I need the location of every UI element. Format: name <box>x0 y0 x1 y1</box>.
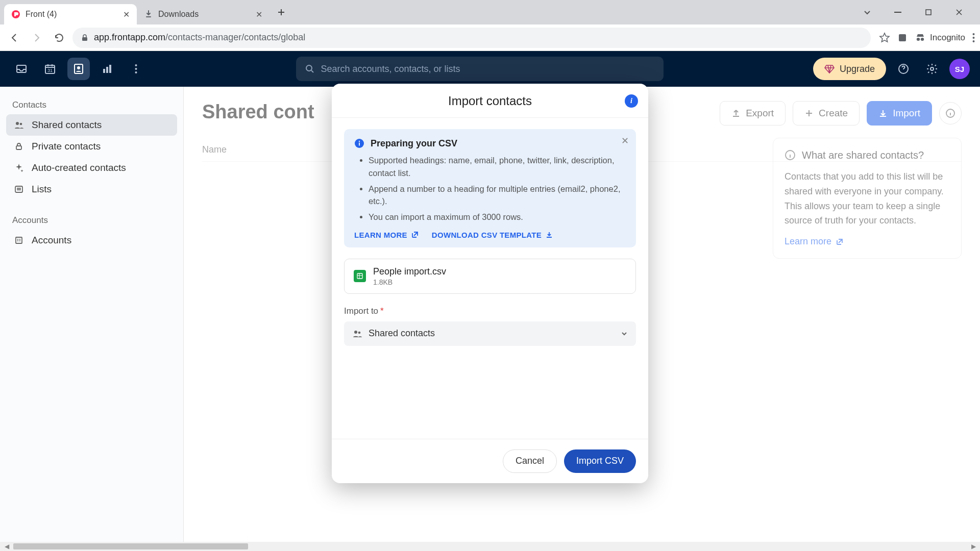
svg-rect-2 <box>894 12 901 13</box>
svg-point-25 <box>16 122 19 125</box>
tab-title: Front (4) <box>26 10 57 19</box>
window-controls <box>856 3 976 21</box>
building-icon <box>13 236 24 245</box>
browser-tab-front[interactable]: Front (4) ✕ <box>4 4 137 24</box>
svg-point-36 <box>354 331 357 334</box>
import-csv-button[interactable]: Import CSV <box>564 449 636 473</box>
svg-point-19 <box>135 64 137 66</box>
svg-point-10 <box>973 40 975 42</box>
browser-nav-bar: app.frontapp.com/contacts-manager/contac… <box>0 24 980 51</box>
browser-tab-downloads[interactable]: Downloads ✕ <box>137 4 270 24</box>
svg-point-8 <box>973 33 975 35</box>
svg-point-15 <box>77 66 80 69</box>
sidebar-item-private-contacts[interactable]: Private contacts <box>6 136 177 157</box>
learn-more-link[interactable]: LEARN MORE <box>354 231 419 239</box>
tab-title: Downloads <box>158 10 199 19</box>
svg-rect-5 <box>899 34 906 41</box>
sidebar-item-accounts[interactable]: Accounts <box>6 230 177 251</box>
svg-rect-4 <box>82 37 87 41</box>
tab-close-icon[interactable]: ✕ <box>256 10 262 19</box>
download-template-link[interactable]: DOWNLOAD CSV TEMPLATE <box>432 231 553 239</box>
nav-analytics-icon[interactable] <box>96 58 118 80</box>
help-icon[interactable] <box>892 58 915 80</box>
new-tab-button[interactable] <box>273 4 290 21</box>
svg-point-9 <box>973 37 975 39</box>
tab-close-icon[interactable]: ✕ <box>123 10 130 19</box>
incognito-badge[interactable]: Incognito <box>915 32 965 43</box>
svg-rect-35 <box>357 273 362 279</box>
scrollbar-thumb[interactable] <box>13 543 248 549</box>
external-link-icon <box>411 231 419 238</box>
download-icon <box>546 231 553 238</box>
search-placeholder: Search accounts, contacts, or lists <box>321 64 460 74</box>
url-bar[interactable]: app.frontapp.com/contacts-manager/contac… <box>72 28 871 48</box>
extensions-icon[interactable] <box>897 33 908 43</box>
file-name: People import.csv <box>373 266 446 277</box>
search-icon <box>305 64 314 73</box>
svg-point-22 <box>306 65 312 71</box>
browser-menu-icon[interactable] <box>972 33 975 43</box>
tip-close-icon[interactable]: ✕ <box>621 135 629 146</box>
svg-point-21 <box>135 71 137 73</box>
nav-more-icon[interactable] <box>125 58 147 80</box>
svg-point-37 <box>358 331 361 334</box>
scroll-right-icon[interactable]: ▶ <box>969 543 978 550</box>
bookmark-icon[interactable] <box>879 32 890 43</box>
browser-tab-bar: Front (4) ✕ Downloads ✕ <box>0 0 980 24</box>
lock-icon <box>81 34 89 42</box>
svg-rect-1 <box>146 16 151 17</box>
chevron-down-icon <box>621 330 628 337</box>
sidebar-section-contacts: Contacts <box>6 96 177 114</box>
app-header: 31 Search accounts, contacts, or lists U… <box>0 51 980 87</box>
svg-point-26 <box>20 123 22 126</box>
horizontal-scrollbar[interactable]: ◀ ▶ <box>0 542 980 551</box>
reload-button[interactable] <box>50 29 68 47</box>
info-icon <box>354 138 364 148</box>
svg-rect-27 <box>16 146 21 149</box>
svg-rect-28 <box>15 186 22 192</box>
modal-info-icon[interactable]: i <box>625 94 638 108</box>
app-search-input[interactable]: Search accounts, contacts, or lists <box>296 57 664 81</box>
minimize-button[interactable] <box>887 3 909 21</box>
file-size: 1.8KB <box>373 278 446 286</box>
upgrade-button[interactable]: Upgrade <box>813 58 886 80</box>
sidebar-item-lists[interactable]: Lists <box>6 179 177 200</box>
tip-list: Supported headings: name, email, phone, … <box>369 154 626 223</box>
back-button[interactable] <box>5 29 23 47</box>
sidebar-section-accounts: Accounts <box>6 211 177 230</box>
lock-icon <box>13 142 24 151</box>
scroll-left-icon[interactable]: ◀ <box>2 543 11 550</box>
sidebar-item-shared-contacts[interactable]: Shared contacts <box>6 114 177 136</box>
tabs-dropdown-icon[interactable] <box>856 3 878 21</box>
svg-text:31: 31 <box>47 68 53 73</box>
user-avatar[interactable]: SJ <box>949 59 970 79</box>
cancel-button[interactable]: Cancel <box>503 449 557 473</box>
uploaded-file[interactable]: People import.csv 1.8KB <box>344 259 636 294</box>
sparkle-icon <box>13 163 24 172</box>
svg-point-7 <box>921 38 924 41</box>
settings-icon[interactable] <box>921 58 943 80</box>
people-icon <box>13 120 24 130</box>
list-icon <box>13 185 24 194</box>
nav-calendar-icon[interactable]: 31 <box>39 58 61 80</box>
tip-item: Supported headings: name, email, phone, … <box>369 154 626 180</box>
svg-rect-18 <box>109 65 111 73</box>
forward-button[interactable] <box>28 29 46 47</box>
csv-tip-box: ✕ Preparing your CSV Supported headings:… <box>344 129 636 247</box>
import-to-select[interactable]: Shared contacts <box>344 321 636 346</box>
nav-inbox-icon[interactable] <box>10 58 33 80</box>
people-icon <box>352 329 362 339</box>
diamond-icon <box>824 64 835 74</box>
svg-rect-3 <box>926 10 931 15</box>
maximize-button[interactable] <box>918 3 939 21</box>
modal-title: Import contacts <box>448 94 532 108</box>
url-text: app.frontapp.com/contacts-manager/contac… <box>94 32 305 43</box>
svg-rect-29 <box>16 237 22 243</box>
tip-item: You can import a maximum of 3000 rows. <box>369 211 626 223</box>
front-favicon-icon <box>11 10 20 19</box>
svg-point-34 <box>359 141 360 142</box>
sidebar-item-auto-contacts[interactable]: Auto-created contacts <box>6 157 177 179</box>
close-window-button[interactable] <box>948 3 970 21</box>
nav-contacts-icon[interactable] <box>67 58 90 80</box>
tip-item: Append a number to a heading for multipl… <box>369 183 626 208</box>
